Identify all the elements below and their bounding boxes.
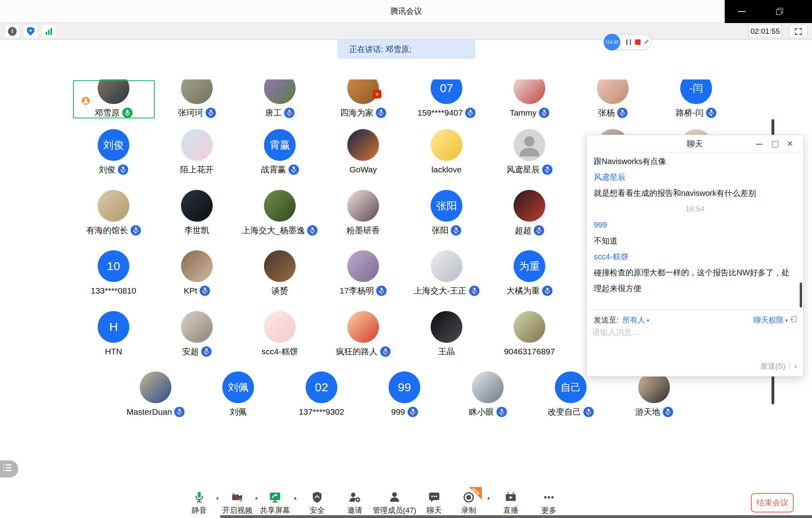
send-to-dropdown[interactable]: 所有人▾	[622, 315, 649, 325]
toolbar-item-camera-off[interactable]: 开启视频	[222, 490, 252, 516]
participant-name: 李世凯	[185, 225, 210, 236]
live-icon	[503, 490, 518, 504]
participant-tile[interactable]: 王晶	[407, 311, 486, 357]
meeting-info-button[interactable]: i	[5, 24, 20, 38]
toolbar-item-live[interactable]: 直播	[503, 490, 518, 516]
toolbar-item-mic-on[interactable]: 静音	[192, 490, 207, 516]
participant-tile[interactable]: 刘俊刘俊	[74, 129, 153, 175]
toolbar-expand-arrow-icon[interactable]: ▲	[487, 495, 491, 500]
stop-recording-icon[interactable]	[635, 39, 641, 45]
toolbar-item-invite[interactable]: 邀请	[347, 490, 362, 516]
participant-tile[interactable]: 霄赢战霄赢	[240, 129, 319, 175]
participant-tile[interactable]: 李世凯	[157, 190, 237, 236]
participant-tile[interactable]: 99999	[365, 371, 444, 417]
mic-muted-icon	[174, 407, 185, 417]
participant-tile[interactable]: -闫路桥-闫	[656, 79, 736, 118]
annotate-pencil-icon[interactable]	[643, 38, 650, 47]
participant-tile[interactable]: 风鸢星辰	[490, 129, 569, 175]
participant-tile[interactable]: 安超	[157, 311, 237, 357]
chat-icon	[427, 490, 442, 504]
security-icon	[310, 490, 325, 504]
send-to-label: 发送至:	[594, 315, 618, 325]
participant-tile[interactable]: 有海的馆长	[74, 190, 153, 236]
toolbar-item-record[interactable]: NEW录制	[461, 490, 476, 516]
participant-name: 上海交大_杨墨逸	[242, 225, 305, 236]
participant-tile[interactable]: 上海交大_杨墨逸	[240, 190, 319, 236]
participant-tile[interactable]: 眯小眼	[448, 371, 527, 417]
participant-name: 陌上花开	[180, 164, 214, 175]
toolbar-item-members[interactable]: 管理成员(47)	[373, 490, 416, 516]
participant-tile[interactable]: 02137****9302	[282, 371, 361, 417]
chat-title-bar[interactable]: 聊天	[587, 135, 803, 153]
chat-maximize-icon[interactable]	[769, 135, 781, 153]
minimize-icon[interactable]	[738, 11, 745, 12]
participant-name: 眯小眼	[469, 406, 494, 417]
toolbar-expand-arrow-icon[interactable]: ▲	[254, 495, 259, 500]
participant-tile[interactable]: 疯狂的路人	[323, 311, 403, 357]
participant-tile[interactable]: scc4-糕饼	[240, 311, 319, 357]
participant-tile[interactable]: HHTN	[74, 311, 153, 357]
chat-permission-dropdown[interactable]: 聊天权限▾	[753, 315, 788, 325]
participant-tile[interactable]: 自己改变自己	[531, 371, 610, 417]
record-icon: NEW	[461, 490, 476, 504]
participant-tile[interactable]: 上海交大-王正	[407, 250, 486, 296]
toolbar-item-security[interactable]: 安全	[310, 490, 325, 516]
participant-tile[interactable]: MasterDuan	[116, 371, 195, 417]
participant-tile[interactable]: KPt	[157, 250, 237, 296]
participant-tile[interactable]: 超超	[490, 190, 569, 236]
participant-name: 张珂珂	[178, 107, 203, 118]
participant-tile[interactable]: 粉墨研香	[323, 190, 403, 236]
participant-tile[interactable]: ★四海为家	[323, 79, 403, 118]
participant-tile[interactable]: 刘佩刘佩	[198, 371, 278, 417]
send-options-chevron-icon[interactable]: ∨	[794, 363, 798, 369]
participant-name: 安超	[182, 346, 199, 357]
avatar: 为重	[514, 250, 545, 282]
mic-muted-icon	[583, 407, 594, 417]
chat-scrollbar[interactable]	[800, 282, 802, 307]
participant-tile[interactable]: 陌上花开	[157, 129, 237, 175]
participant-tile[interactable]: 10133****0810	[74, 250, 153, 296]
recording-pill: 114:32	[605, 35, 651, 49]
chat-popout-icon[interactable]	[790, 316, 797, 325]
security-status-button[interactable]	[23, 24, 38, 38]
participant-tile[interactable]: GoWay	[323, 129, 403, 175]
participant-tile[interactable]: 07159****9407	[407, 79, 486, 118]
participant-tile[interactable]: 张珂珂	[157, 79, 237, 118]
invite-icon	[347, 490, 362, 504]
participant-tile[interactable]: 谈赟	[240, 250, 319, 296]
participant-tile[interactable]: lacklove	[407, 129, 486, 175]
toolbar-item-share-screen[interactable]: 共享屏幕	[260, 490, 290, 516]
participant-tile[interactable]: 90463176897	[490, 311, 569, 357]
pause-recording-icon[interactable]	[626, 39, 631, 45]
participant-tile[interactable]: 唐工	[240, 79, 319, 118]
chat-sender-name: 风鸢星辰	[594, 169, 796, 185]
recording-timer-bubble[interactable]: 114:32	[604, 34, 620, 50]
send-button[interactable]: 发送(S)	[760, 361, 785, 371]
participant-tile[interactable]: 张杨	[573, 79, 652, 118]
participant-tile[interactable]: 邓雪原	[74, 79, 153, 118]
participant-name: 谈赟	[271, 285, 288, 296]
participant-name: Tammy	[510, 108, 537, 118]
participant-tile[interactable]: 17李杨明	[323, 250, 403, 296]
toolbar-expand-arrow-icon[interactable]: ▲	[216, 495, 220, 500]
toolbar-expand-arrow-icon[interactable]: ▲	[293, 495, 298, 500]
participant-tile[interactable]: 游天地	[614, 371, 694, 417]
restore-icon[interactable]	[776, 8, 784, 16]
network-status-button[interactable]	[41, 24, 56, 38]
participant-tile[interactable]: 张阳张阳	[407, 190, 486, 236]
participant-tile[interactable]: 为重大橘为重	[490, 250, 569, 296]
avatar: 07	[431, 79, 462, 104]
fullscreen-button[interactable]	[789, 24, 807, 38]
chat-minimize-icon[interactable]	[753, 135, 765, 153]
avatar: 刘俊	[98, 129, 129, 161]
end-meeting-button[interactable]: 结束会议	[751, 493, 794, 512]
toolbar-item-more[interactable]: 更多	[541, 490, 556, 516]
chat-close-icon[interactable]	[785, 135, 797, 153]
member-list-toggle-button[interactable]	[0, 460, 18, 477]
participant-tile[interactable]: Tammy	[490, 79, 569, 118]
mic-muted-icon	[542, 164, 552, 175]
chat-message-input[interactable]	[592, 328, 759, 337]
toolbar-item-chat[interactable]: 聊天	[427, 490, 442, 516]
avatar: -闫	[680, 79, 712, 104]
avatar	[431, 311, 462, 343]
